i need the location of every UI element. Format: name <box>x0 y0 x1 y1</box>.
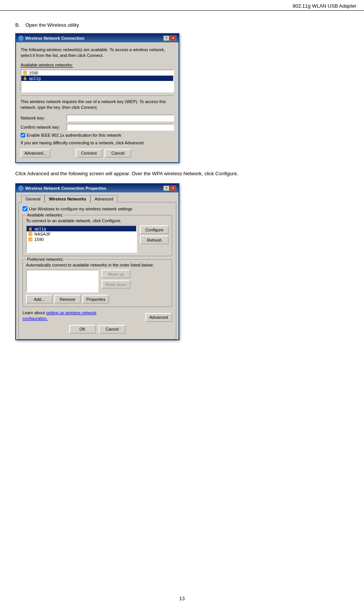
move-down-btn[interactable]: Move down <box>101 280 130 289</box>
refresh-btn[interactable]: Refresh <box>140 236 169 244</box>
checkbox-row: Enable IEEE 802.1x authentication for th… <box>21 133 174 137</box>
avail-name-ap11g: ap11g <box>34 226 46 231</box>
properties-btn[interactable]: Properties <box>82 295 109 304</box>
description-text: Click Advanced and the following screen … <box>15 170 349 178</box>
dialog1-body: The following wireless network(s) are av… <box>16 42 179 162</box>
available-networks-list: ap11g NASA3F 1590 <box>26 225 137 253</box>
dialog1-network-list[interactable]: 1590 ap11g <box>21 69 174 92</box>
use-windows-row: Use Windows to configure my wireless net… <box>23 206 172 211</box>
dialog1-title: Wireless Network Connection <box>25 36 84 40</box>
preferred-btns: Move up Move down <box>101 270 130 289</box>
dialog2-close-btn[interactable]: ✕ <box>170 186 176 191</box>
dialog2-advanced-btn[interactable]: Advanced <box>145 313 172 322</box>
ieee-checkbox[interactable] <box>21 133 25 137</box>
avail-item-nasa3f[interactable]: NASA3F <box>27 231 136 237</box>
dialog1-close-btn[interactable]: ✕ <box>170 36 176 41</box>
network-key-label: Network key: <box>21 116 66 120</box>
sig-icon-1590-2 <box>28 237 33 242</box>
cancel-btn[interactable]: Cancel <box>99 325 126 334</box>
page-number: 13 <box>179 596 185 601</box>
add-btn[interactable]: Add... <box>26 295 53 304</box>
network-name-ap11g: ap11g <box>29 76 41 81</box>
dialog1-cancel-btn[interactable]: Cancel <box>105 149 131 158</box>
dialog1-available-label: Available wireless networks: <box>21 63 174 67</box>
dialog1-btn-row: Advanced... Connect Cancel <box>21 149 174 158</box>
dialog1-intro-text: The following wireless network(s) are av… <box>21 47 174 59</box>
available-networks-box-title: Available networks: <box>26 213 64 217</box>
learn-text: Learn about setting up wireless network … <box>23 310 99 322</box>
section-b-label: B. Open the Wireless utility <box>15 22 349 28</box>
ok-btn[interactable]: OK <box>69 325 96 334</box>
dialog2-tabs-area: General Wireless Networks Advanced Use W… <box>16 192 179 339</box>
learn-row: Learn about setting up wireless network … <box>23 310 172 322</box>
dialog1-connect-btn[interactable]: Connect <box>76 149 102 158</box>
list-item-1590[interactable]: 1590 <box>21 70 173 76</box>
use-windows-checkbox[interactable] <box>23 206 27 211</box>
add-remove-row: Add... Remove Properties <box>26 295 169 304</box>
dialog2-title: Wireless Network Connection Properties <box>25 186 106 191</box>
dialog1-titlebar-left: Wireless Network Connection <box>18 36 84 41</box>
page-content: B. Open the Wireless utility Wireless Ne… <box>0 18 364 362</box>
network-name-1590: 1590 <box>29 71 38 75</box>
move-up-btn[interactable]: Move up <box>101 270 130 278</box>
confirm-key-input[interactable] <box>66 124 174 131</box>
dialog1-titlebar-btns: ? ✕ <box>163 36 176 41</box>
available-btn-col: Configure Refresh <box>140 225 169 244</box>
wep-icon-ap11g-2 <box>28 226 33 231</box>
preferred-networks-box: Preferred networks: Automatically connec… <box>23 259 172 307</box>
wep-icon-ap11g <box>23 76 27 81</box>
tab-general[interactable]: General <box>21 195 45 203</box>
ok-cancel-row: OK Cancel <box>23 322 172 335</box>
available-networks-hint: To connect to an available network, clic… <box>26 218 169 223</box>
dialog2-tab-content: Use Windows to configure my wireless net… <box>18 202 176 339</box>
preferred-listbox[interactable] <box>26 270 98 292</box>
available-networks-box: Available networks: To connect to an ava… <box>23 215 172 256</box>
dialog1-titlebar: Wireless Network Connection ? ✕ <box>16 34 179 42</box>
preferred-with-btns: Move up Move down <box>26 270 169 292</box>
list-item-ap11g[interactable]: ap11g <box>21 76 173 81</box>
ieee-checkbox-label: Enable IEEE 802.1x authentication for th… <box>27 133 121 137</box>
learn-text-label: Learn about <box>23 310 45 315</box>
separator1 <box>21 95 174 96</box>
preferred-hint: Automatically connect to available netwo… <box>26 263 169 267</box>
dialog2-titlebar-left: Wireless Network Connection Properties <box>18 186 106 191</box>
tab-advanced[interactable]: Advanced <box>90 195 118 203</box>
configure-btn[interactable]: Configure <box>140 225 169 234</box>
dialog2-titlebar-btns: ? ✕ <box>163 186 176 191</box>
header-title: 802.11g WLAN USB Adapter <box>293 3 356 9</box>
dialog1-wep-text: This wireless network requires the use o… <box>21 99 174 111</box>
confirm-key-label: Confirm network key: <box>21 125 66 129</box>
remove-btn[interactable]: Remove <box>54 295 81 304</box>
dialog1-icon <box>18 36 24 41</box>
dialog1-wrapper: Wireless Network Connection ? ✕ The foll… <box>15 33 349 163</box>
dialog2-help-btn[interactable]: ? <box>163 186 169 191</box>
wireless-connection-dialog: Wireless Network Connection ? ✕ The foll… <box>15 33 179 163</box>
network-key-row: Network key: <box>21 115 174 121</box>
avail-name-nasa3f: NASA3F <box>34 232 51 236</box>
avail-item-1590[interactable]: 1590 <box>27 237 136 242</box>
dialog2-titlebar: Wireless Network Connection Properties ?… <box>16 184 179 192</box>
dialog2-wrapper: Wireless Network Connection Properties ?… <box>15 183 349 340</box>
dialog2-icon <box>18 186 24 191</box>
wireless-properties-dialog: Wireless Network Connection Properties ?… <box>15 183 179 340</box>
available-listbox[interactable]: ap11g NASA3F 1590 <box>26 225 137 253</box>
network-key-input[interactable] <box>66 115 174 121</box>
preferred-networks-box-title: Preferred networks: <box>26 257 65 262</box>
page-header: 802.11g WLAN USB Adapter <box>0 0 364 11</box>
dialog1-hint-text: If you are having difficulty connecting … <box>21 141 174 145</box>
dialog1-advanced-btn[interactable]: Advanced... <box>21 149 50 158</box>
dialog2-tabs: General Wireless Networks Advanced <box>18 195 176 202</box>
avail-item-ap11g[interactable]: ap11g <box>27 226 136 231</box>
avail-name-1590: 1590 <box>34 237 43 242</box>
sig-icon-nasa3f <box>28 232 33 236</box>
use-windows-label: Use Windows to configure my wireless net… <box>29 207 132 211</box>
available-networks-with-btns: ap11g NASA3F 1590 <box>26 225 169 253</box>
page-footer: 13 <box>0 596 364 601</box>
dialog1-help-btn[interactable]: ? <box>163 36 169 41</box>
confirm-key-row: Confirm network key: <box>21 124 174 131</box>
sig-icon-1590 <box>23 71 27 75</box>
tab-wireless-networks[interactable]: Wireless Networks <box>45 195 90 203</box>
